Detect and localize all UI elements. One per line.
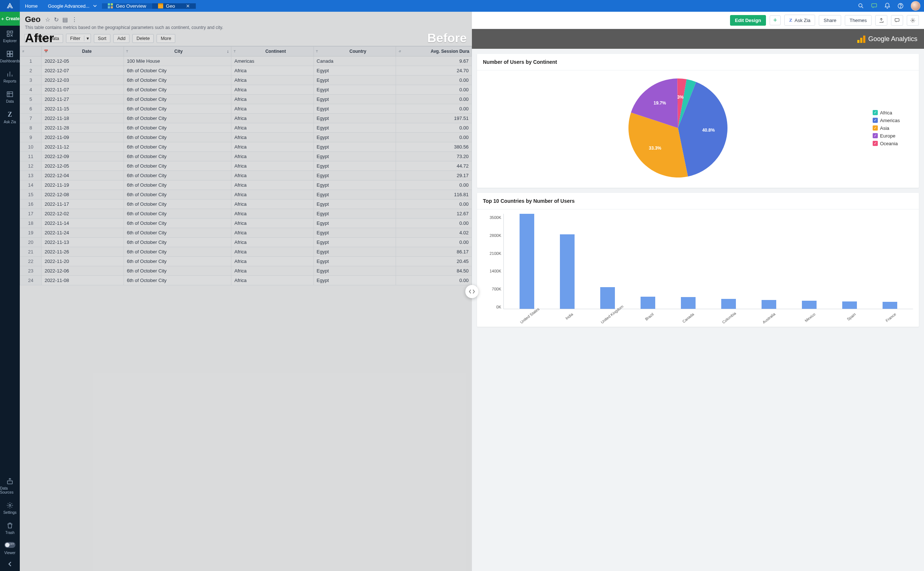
svg-rect-17 <box>7 92 13 96</box>
table-row[interactable]: 42022-11-076th of October CityAfricaEgyp… <box>20 85 472 95</box>
bar-australia[interactable] <box>762 300 776 309</box>
bar-mexico[interactable] <box>802 301 816 309</box>
nav-trash[interactable]: Trash <box>0 517 20 538</box>
table-row[interactable]: 122022-12-056th of October CityAfricaEgy… <box>20 161 472 171</box>
table-row[interactable]: 12022-12-05100 Mile HouseAmericasCanada9… <box>20 57 472 66</box>
help-icon[interactable] <box>894 0 907 12</box>
export-icon[interactable] <box>875 15 887 26</box>
col-index[interactable]: # <box>20 46 42 57</box>
legend-oceania[interactable]: ✓Oceania <box>873 141 913 146</box>
share-button[interactable]: Share <box>819 15 841 26</box>
table-row[interactable]: 202022-11-136th of October CityAfricaEgy… <box>20 238 472 247</box>
table-row[interactable]: 82022-11-286th of October CityAfricaEgyp… <box>20 123 472 133</box>
nav-explorer[interactable]: Explorer <box>0 26 20 46</box>
bar-united-kingdom[interactable] <box>600 287 615 309</box>
table-row[interactable]: 102022-11-126th of October CityAfricaEgy… <box>20 142 472 152</box>
nav-dashboards[interactable]: Dashboards <box>0 46 20 66</box>
nav-settings[interactable]: Settings <box>0 497 20 517</box>
legend-americas[interactable]: ✓Americas <box>873 118 913 123</box>
before-label: Before <box>427 31 467 45</box>
legend-asia[interactable]: ✓Asia <box>873 125 913 131</box>
svg-point-9 <box>900 7 901 7</box>
table-row[interactable]: 172022-12-026th of October CityAfricaEgy… <box>20 209 472 219</box>
ask-zia-button[interactable]: Z Ask Zia <box>784 15 815 26</box>
collapse-nav-icon[interactable] <box>7 558 12 571</box>
split-handle[interactable] <box>465 285 478 298</box>
bell-icon[interactable] <box>881 0 894 12</box>
svg-rect-10 <box>7 31 9 33</box>
create-button[interactable]: ＋ Create <box>0 12 20 26</box>
comment-icon[interactable] <box>867 0 881 12</box>
table-row[interactable]: 22022-12-076th of October CityAfricaEgyp… <box>20 66 472 76</box>
sort-button[interactable]: Sort <box>94 34 110 43</box>
delete-button[interactable]: Delete <box>133 34 154 43</box>
table-row[interactable]: 152022-12-086th of October CityAfricaEgy… <box>20 190 472 199</box>
nav-viewer-toggle[interactable]: Viewer <box>0 538 20 558</box>
pie-title: Number of Users by Continent <box>477 54 919 70</box>
table-row[interactable]: 212022-11-266th of October CityAfricaEgy… <box>20 247 472 257</box>
y-tick: 3500K <box>489 215 501 220</box>
table-row[interactable]: 112022-12-096th of October CityAfricaEgy… <box>20 152 472 161</box>
svg-rect-5 <box>158 3 163 5</box>
comment-icon[interactable] <box>891 15 903 26</box>
nav-reports[interactable]: Reports <box>0 66 20 86</box>
col-avg-session-dura[interactable]: ·#Avg. Session Dura <box>396 46 472 57</box>
avatar[interactable] <box>911 1 920 11</box>
nav-ask-zia[interactable]: ZAsk Zia <box>0 106 20 127</box>
bar-canada[interactable] <box>681 297 696 309</box>
table-row[interactable]: 92022-11-096th of October CityAfricaEgyp… <box>20 133 472 142</box>
nav-data-sources[interactable]: Data Sources <box>0 473 20 497</box>
tab-geo-overview[interactable]: Geo Overview <box>102 3 152 9</box>
refresh-icon[interactable]: ↻ <box>54 16 59 23</box>
more-button[interactable]: More <box>157 34 175 43</box>
workspace-dropdown[interactable]: Google Advanced... <box>43 0 102 12</box>
col-date[interactable]: 📅Date <box>42 46 123 57</box>
app-logo[interactable] <box>0 0 20 12</box>
add-widget-button[interactable]: + <box>770 15 781 25</box>
x-label: Canada <box>680 312 695 324</box>
bar-colombia[interactable] <box>721 299 736 309</box>
legend-africa[interactable]: ✓Africa <box>873 110 913 116</box>
table-row[interactable]: 182022-11-146th of October CityAfricaEgy… <box>20 219 472 228</box>
table-row[interactable]: 72022-11-186th of October CityAfricaEgyp… <box>20 114 472 123</box>
table-row[interactable]: 242022-11-086th of October CityAfricaEgy… <box>20 276 472 286</box>
edit-design-button[interactable]: Edit Design <box>730 15 766 26</box>
table-row[interactable]: 62022-11-156th of October CityAfricaEgyp… <box>20 104 472 114</box>
bar-united-states[interactable] <box>520 214 534 309</box>
legend-europe[interactable]: ✓Europe <box>873 133 913 139</box>
table-row[interactable]: 162022-11-176th of October CityAfricaEgy… <box>20 199 472 209</box>
table-row[interactable]: 192022-11-246th of October CityAfricaEgy… <box>20 228 472 238</box>
close-icon[interactable]: ✕ <box>186 3 190 9</box>
svg-rect-19 <box>895 19 899 21</box>
pie-legend: ✓Africa✓Americas✓Asia✓Europe✓Oceania <box>873 110 913 146</box>
table-row[interactable]: 32022-12-036th of October CityAfricaEgyp… <box>20 76 472 85</box>
table-row[interactable]: 142022-11-196th of October CityAfricaEgy… <box>20 181 472 190</box>
nav-home[interactable]: Home <box>20 0 43 12</box>
star-icon[interactable]: ☆ <box>45 16 50 23</box>
x-label: Spain <box>842 312 856 324</box>
chevron-down-icon[interactable]: ▾ <box>84 35 89 41</box>
col-city[interactable]: TCity↓ <box>123 46 231 57</box>
svg-rect-2 <box>108 6 110 8</box>
col-continent[interactable]: TContinent <box>231 46 313 57</box>
svg-rect-7 <box>872 4 877 7</box>
table-row[interactable]: 52022-11-276th of October CityAfricaEgyp… <box>20 95 472 104</box>
bar-france[interactable] <box>882 302 897 309</box>
search-icon[interactable] <box>855 0 867 12</box>
table-row[interactable]: 232022-12-066th of October CityAfricaEgy… <box>20 266 472 276</box>
sort-asc-icon: ↓ <box>227 49 229 54</box>
bar-spain[interactable] <box>842 301 857 309</box>
themes-button[interactable]: Themes <box>845 15 872 26</box>
more-icon[interactable]: ⋮ <box>71 16 77 23</box>
nav-data[interactable]: Data <box>0 86 20 106</box>
add-button[interactable]: Add <box>113 34 130 43</box>
table-row[interactable]: 132022-12-046th of October CityAfricaEgy… <box>20 171 472 181</box>
filter-button[interactable]: Filter ▾ <box>66 34 91 43</box>
bar-india[interactable] <box>560 235 575 309</box>
table-row[interactable]: 222022-11-206th of October CityAfricaEgy… <box>20 257 472 266</box>
col-country[interactable]: TCountry <box>313 46 396 57</box>
bar-brazil[interactable] <box>640 297 655 309</box>
save-icon[interactable]: ▤ <box>62 16 68 23</box>
tab-geo[interactable]: Geo ✕ <box>152 3 196 9</box>
settings-icon[interactable] <box>907 15 919 26</box>
